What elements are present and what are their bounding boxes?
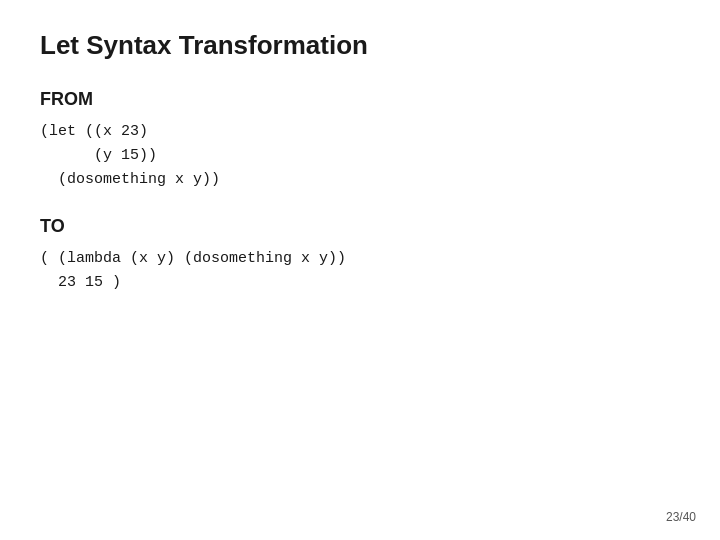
to-label: TO <box>40 216 680 237</box>
to-code: ( (lambda (x y) (dosomething x y)) 23 15… <box>40 247 680 295</box>
page-number: 23/40 <box>666 510 696 524</box>
to-section: TO ( (lambda (x y) (dosomething x y)) 23… <box>40 216 680 295</box>
slide-container: Let Syntax Transformation FROM (let ((x … <box>0 0 720 540</box>
from-label: FROM <box>40 89 680 110</box>
from-section: FROM (let ((x 23) (y 15)) (dosomething x… <box>40 89 680 192</box>
from-code: (let ((x 23) (y 15)) (dosomething x y)) <box>40 120 680 192</box>
slide-title: Let Syntax Transformation <box>40 30 680 61</box>
